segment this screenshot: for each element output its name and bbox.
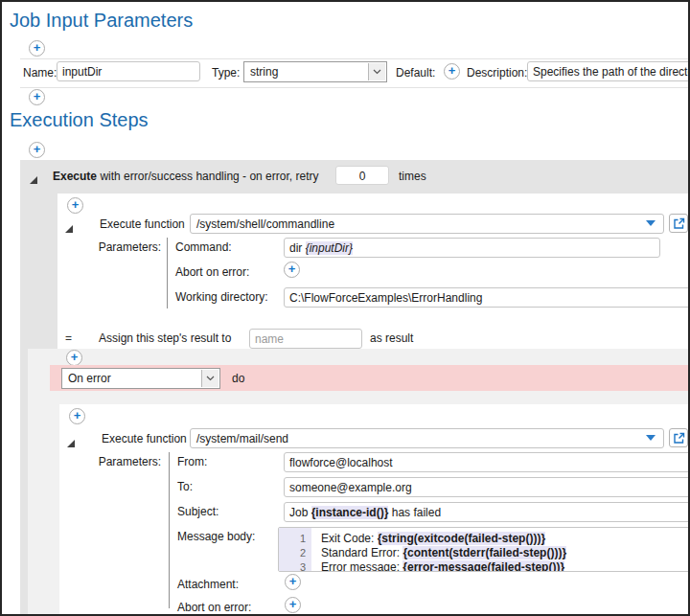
code-lines: Exit Code: {string(exitcode(failed-step(…: [311, 528, 566, 571]
plus-icon: +: [288, 262, 296, 276]
default-label: Default:: [396, 66, 435, 80]
plus-icon: +: [289, 597, 297, 611]
to-label: To:: [177, 480, 193, 493]
external-link-icon: [673, 432, 685, 445]
do-label: do: [232, 372, 244, 385]
flowforce-job-config-page: Job Input Parameters + Name: inputDir Ty…: [0, 0, 690, 616]
plus-icon: +: [71, 350, 79, 364]
parameters-divider: [167, 238, 168, 308]
line-number-gutter: 1 2 3: [279, 528, 311, 571]
function-path-combobox[interactable]: /system/shell/commandline: [190, 214, 664, 234]
plus-icon: +: [448, 63, 456, 78]
message-body-editor[interactable]: 1 2 3 Exit Code: {string(exitcode(failed…: [278, 527, 690, 572]
expander-icon[interactable]: [30, 171, 37, 178]
code-line: Standard Error: {content(stderr(failed-s…: [321, 546, 566, 560]
expression-token: {string(exitcode(failed-step()))}: [378, 532, 545, 545]
expression-token: {instance-id()}: [311, 506, 389, 519]
subject-label: Subject:: [177, 505, 218, 518]
line-number: 1: [279, 532, 306, 546]
step-keyword: Execute: [53, 170, 97, 183]
times-label: times: [399, 170, 426, 183]
add-default-button[interactable]: +: [444, 63, 460, 80]
execution-steps-title: Execution Steps: [10, 109, 149, 131]
step-header: Execute with error/success handling - on…: [53, 170, 318, 183]
parameters-label-2: Parameters:: [94, 455, 161, 468]
assign-result-label: Assign this step's result to: [99, 331, 231, 345]
assign-result-input[interactable]: name: [249, 329, 362, 349]
expander-icon[interactable]: [67, 434, 75, 442]
description-label: Description:: [467, 66, 527, 80]
code-line: Exit Code: {string(exitcode(failed-step(…: [321, 532, 566, 546]
subject-input[interactable]: Job {instance-id()} has failed: [284, 502, 690, 522]
parameters-label: Parameters:: [94, 240, 161, 254]
open-function-button-2[interactable]: [669, 428, 688, 447]
code-line: Error message: {error-message(failed-ste…: [321, 560, 566, 572]
plus-icon: +: [34, 89, 41, 103]
plus-icon: +: [289, 574, 297, 588]
step-header-text: with error/success handling - on error, …: [100, 170, 318, 183]
add-parameter-button-2[interactable]: +: [29, 89, 45, 105]
add-abort-on-error-button-2[interactable]: +: [285, 597, 301, 613]
expression-token: {error-message(failed-step())}: [402, 560, 564, 572]
working-directory-input[interactable]: C:\FlowForceExamples\ErrorHandling: [284, 287, 690, 308]
abort-on-error-label: Abort on error:: [175, 265, 249, 279]
line-number: 3: [279, 560, 306, 572]
abort-on-error-label-2: Abort on error:: [177, 601, 251, 614]
external-link-icon: [673, 217, 685, 230]
add-step-button[interactable]: +: [29, 142, 45, 158]
on-error-select[interactable]: On error: [61, 368, 220, 389]
type-label: Type:: [212, 66, 240, 80]
from-label: From:: [177, 455, 207, 468]
chevron-down-icon: [206, 376, 215, 381]
function-path-combobox-2[interactable]: /system/mail/send: [190, 428, 664, 448]
plus-icon: +: [34, 40, 41, 55]
parameter-description-input[interactable]: Specifies the path of the directo: [527, 61, 690, 81]
open-function-button[interactable]: [669, 214, 688, 233]
dropdown-arrow-icon[interactable]: [646, 435, 656, 441]
working-directory-label: Working directory:: [175, 290, 267, 304]
chevron-down-icon: [373, 69, 381, 75]
execute-function-label-2: Execute function: [102, 432, 187, 445]
job-input-parameters-title: Job Input Parameters: [10, 10, 193, 32]
expander-icon[interactable]: [65, 219, 73, 227]
from-input[interactable]: flowforce@localhost: [284, 452, 690, 472]
dropdown-arrow-icon[interactable]: [646, 220, 656, 226]
add-attachment-button[interactable]: +: [285, 574, 301, 590]
name-label: Name:: [23, 66, 57, 80]
expression-token: {inputDir}: [306, 241, 353, 255]
attachment-label: Attachment:: [177, 578, 239, 591]
retry-count-input[interactable]: 0: [335, 166, 389, 185]
assign-equals-sign: =: [65, 331, 72, 345]
as-result-label: as result: [370, 331, 413, 345]
add-parameter-button[interactable]: +: [29, 40, 45, 57]
parameters-divider-2: [169, 452, 170, 608]
plus-icon: +: [72, 197, 80, 212]
parameter-name-input[interactable]: inputDir: [57, 61, 200, 81]
plus-icon: +: [74, 408, 81, 422]
parameter-type-select[interactable]: string: [243, 61, 387, 82]
add-substep-button-2[interactable]: +: [69, 408, 85, 424]
add-abort-on-error-button[interactable]: +: [284, 262, 300, 278]
to-input[interactable]: someone@example.org: [284, 477, 690, 497]
plus-icon: +: [34, 142, 41, 156]
add-substep-button[interactable]: +: [67, 197, 83, 214]
command-input[interactable]: dir {inputDir}: [284, 238, 660, 258]
execute-function-label: Execute function: [100, 217, 185, 231]
add-handler-button[interactable]: +: [66, 350, 82, 366]
command-label: Command:: [175, 240, 232, 254]
line-number: 2: [279, 546, 306, 560]
assign-result-placeholder: name: [255, 332, 284, 346]
expression-token: {content(stderr(failed-step()))}: [402, 546, 566, 559]
message-body-label: Message body:: [177, 530, 255, 543]
